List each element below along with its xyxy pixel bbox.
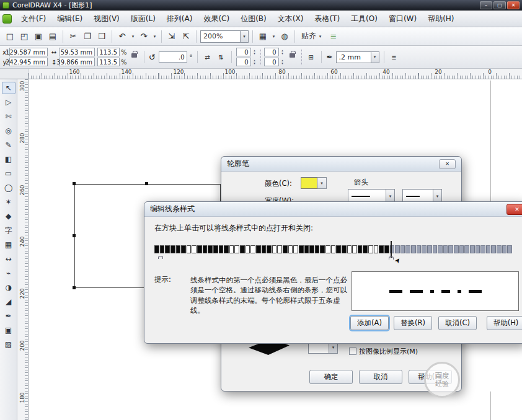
spin-down-icon[interactable]: ▾ [280,62,285,65]
zoom-level-combo[interactable]: 200% ▾ [200,30,249,43]
shape-tool-icon[interactable]: ▷ [2,96,15,108]
edit-line-style-close-icon[interactable]: ✕ [507,204,522,215]
wrap-text-button[interactable]: ⊞ [306,51,317,63]
pattern-cell-40[interactable] [368,245,373,253]
cancel-button[interactable]: 取消(C) [438,316,477,330]
pattern-cell-30[interactable] [315,245,320,253]
pattern-cell-36[interactable] [347,245,352,253]
copy-icon[interactable]: ❐ [81,30,94,43]
menu-item-file[interactable]: 文件(F) [15,11,51,27]
maximize-button[interactable]: ▢ [493,1,506,9]
pattern-cell-16[interactable] [240,245,245,253]
ellipse-tool-icon[interactable]: ◯ [2,182,15,194]
menu-item-help[interactable]: 帮助(H) [422,11,459,27]
corner-radius-input[interactable]: 0 [264,58,279,66]
pattern-cell-37[interactable] [352,245,357,253]
pattern-cell-3[interactable] [170,245,175,253]
replace-button[interactable]: 替换(R) [394,316,432,330]
pattern-cell-43[interactable] [384,245,389,253]
y-position-input[interactable]: 242.945 mm [9,58,48,66]
outline-color-combo[interactable]: ▾ [301,177,327,189]
vertical-ruler[interactable]: 300280260240220200180 [17,79,29,420]
pattern-cell-26[interactable] [293,245,298,253]
pattern-cell-13[interactable] [224,245,229,253]
mirror-horizontal-button[interactable]: ⇄ [202,51,213,63]
units-button[interactable]: ≣ [389,51,400,63]
pattern-cell-1[interactable] [160,245,165,253]
print-icon[interactable]: ▤ [46,30,59,43]
pattern-cell-24[interactable] [283,245,288,253]
undo-dropdown-icon[interactable]: ▾ [130,34,136,39]
pattern-cell-0[interactable] [154,245,159,253]
connector-tool-icon[interactable]: ⌁ [2,267,15,279]
options-icon[interactable]: ≡ [327,30,340,43]
menu-item-arrange[interactable]: 排列(A) [161,11,198,27]
new-document-icon[interactable]: □ [4,30,16,43]
pattern-cell-2[interactable] [165,245,170,253]
pattern-cell-42[interactable] [379,245,384,253]
pattern-cell-23[interactable] [277,245,282,253]
menu-item-edit[interactable]: 编辑(E) [51,11,88,27]
redo-dropdown-icon[interactable]: ▾ [152,34,157,39]
corner-lock-button[interactable] [288,50,298,64]
rotation-angle-input[interactable]: .0 [159,51,187,63]
pattern-cell-8[interactable] [197,245,202,253]
selection-handle-bottom-left[interactable] [73,286,76,289]
pattern-cell-19[interactable] [256,245,261,253]
spinner-icon[interactable]: ▴▾ [280,59,285,65]
pattern-cell-21[interactable] [267,245,272,253]
menu-item-layout[interactable]: 版面(L) [125,11,161,27]
minimize-button[interactable]: – [480,1,492,9]
outline-width-combo[interactable]: .2 mm ▾ [336,51,379,63]
close-button[interactable]: ✕ [507,1,520,9]
pattern-cell-18[interactable] [250,245,255,253]
ok-button[interactable]: 确定 [309,370,353,384]
pattern-cell-38[interactable] [358,245,363,253]
pattern-cell-33[interactable] [331,245,336,253]
outline-pen-close-icon[interactable]: ✕ [439,159,456,169]
spinner-icon[interactable]: ▴▾ [280,49,285,55]
cut-icon[interactable]: ✂ [67,30,79,43]
text-tool-icon[interactable]: 字 [2,224,15,237]
export-icon[interactable]: ⇱ [180,30,192,43]
help-button[interactable]: 帮助(H) [487,316,522,330]
selection-handle-mid-left[interactable] [73,234,76,237]
pattern-cell-20[interactable] [262,245,267,253]
smart-fill-tool-icon[interactable]: ◧ [2,153,15,165]
pattern-cell-5[interactable] [181,245,186,253]
outline-pen-dialog-titlebar[interactable]: 轮廓笔 ✕ [221,157,461,172]
freehand-tool-icon[interactable]: ✎ [2,139,15,151]
menu-item-table[interactable]: 表格(T) [309,11,345,27]
pattern-cell-32[interactable] [325,245,330,253]
object-height-input[interactable]: 39.866 mm [59,58,95,66]
color-dropdown-icon[interactable]: ▾ [317,177,327,189]
pattern-cell-35[interactable] [342,245,347,253]
blend-tool-icon[interactable]: ◑ [2,281,15,294]
welcome-screen-icon[interactable]: ◍ [278,30,291,43]
outline-width-dropdown-icon[interactable]: ▾ [371,52,379,63]
pick-tool-icon[interactable]: ↖ [2,82,15,94]
spinner-icon[interactable]: ▴▾ [252,59,257,65]
pattern-cell-31[interactable] [320,245,325,253]
save-icon[interactable]: ▣ [32,30,45,43]
pattern-cell-6[interactable] [187,245,192,253]
open-icon[interactable]: ◰ [18,30,30,43]
menu-item-text[interactable]: 文本(X) [272,11,309,27]
horizontal-ruler[interactable]: 160140120100806040200 [29,68,522,79]
edit-line-style-titlebar[interactable]: 编辑线条样式 [144,202,522,217]
outline-color-swatch[interactable] [301,177,317,189]
ruler-origin[interactable] [0,68,29,79]
spinner-icon[interactable]: ▴▾ [252,49,257,55]
line-style-pattern-strip[interactable] [154,245,518,253]
scale-x-input[interactable]: 113.5 [97,48,120,56]
menu-item-tools[interactable]: 工具(O) [345,11,383,27]
zoom-dropdown-icon[interactable]: ▾ [240,31,248,42]
polygon-tool-icon[interactable]: ✶ [2,196,15,208]
spin-down-icon[interactable]: ▾ [252,52,257,55]
pattern-cell-7[interactable] [192,245,197,253]
pattern-cell-41[interactable] [374,245,379,253]
zoom-tool-icon[interactable]: ◎ [2,125,15,137]
redo-icon[interactable]: ↷ [138,30,150,43]
corner-radius-input[interactable]: 0 [264,48,279,56]
outline-pen-tool-icon[interactable]: ✒ [2,310,15,322]
